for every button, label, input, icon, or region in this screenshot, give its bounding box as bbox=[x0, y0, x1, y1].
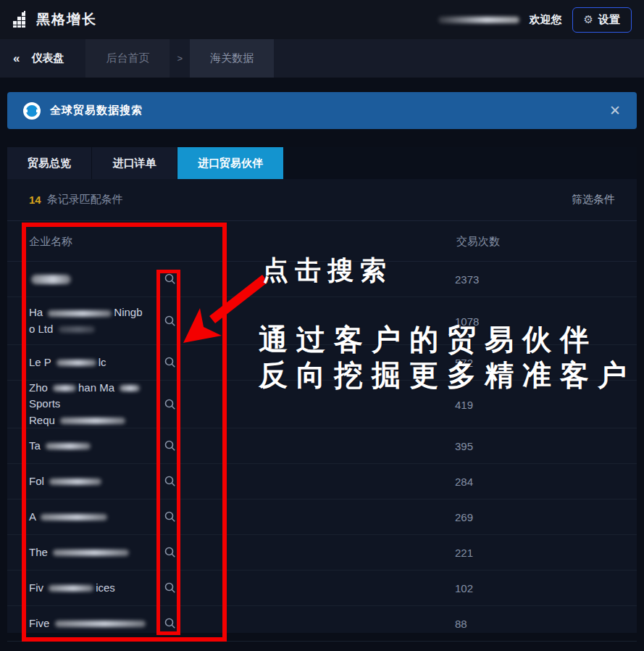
company-name: Five bbox=[29, 615, 159, 632]
match-count: 14 bbox=[29, 194, 41, 206]
breadcrumb-separator: > bbox=[170, 39, 190, 78]
annotation-description: 通过客户的贸易伙伴 反向挖掘更多精准客户 bbox=[259, 322, 635, 393]
breadcrumb-current[interactable]: 海关数据 bbox=[190, 39, 274, 78]
company-name: Fiv ices bbox=[29, 580, 159, 597]
annotation-line1: 通过客户的贸易伙伴 bbox=[259, 322, 635, 357]
redacted-company-text bbox=[31, 275, 71, 284]
column-company-name: 企业名称 bbox=[29, 234, 72, 248]
tab-bar: 贸易总览进口详单进口贸易伙伴 bbox=[7, 147, 637, 179]
banner-title: 全球贸易数据搜索 bbox=[50, 104, 143, 117]
settings-button[interactable]: ⚙ 设置 bbox=[572, 7, 632, 33]
search-icon[interactable] bbox=[164, 315, 177, 328]
transaction-count: 269 bbox=[455, 511, 473, 523]
summary-row: 14 条记录匹配条件 筛选条件 bbox=[7, 179, 637, 221]
transaction-count: 102 bbox=[455, 582, 473, 594]
column-transaction-count: 交易次数 bbox=[456, 234, 500, 248]
breadcrumb-dashboard[interactable]: 仪表盘 bbox=[28, 39, 85, 78]
top-bar: 黑格增长 欢迎您 ⚙ 设置 bbox=[0, 0, 644, 39]
settings-label: 设置 bbox=[598, 13, 620, 27]
username-redacted bbox=[438, 17, 519, 23]
search-icon[interactable] bbox=[164, 546, 177, 559]
close-icon[interactable]: ✕ bbox=[609, 104, 621, 117]
redacted-company-text bbox=[53, 550, 129, 556]
annotation-line2: 反向挖掘更多精准客户 bbox=[259, 357, 635, 393]
search-icon[interactable] bbox=[164, 398, 177, 411]
redacted-company-text bbox=[59, 326, 95, 333]
brand: 黑格增长 bbox=[12, 10, 97, 29]
redacted-company-text bbox=[55, 621, 146, 627]
company-name: Zho han Ma Sports Requ bbox=[29, 380, 159, 429]
search-icon[interactable] bbox=[164, 617, 177, 630]
brand-name: 黑格增长 bbox=[36, 10, 97, 29]
company-name: Ta bbox=[29, 438, 159, 455]
search-icon[interactable] bbox=[164, 581, 177, 594]
match-label: 条记录匹配条件 bbox=[47, 193, 123, 207]
tab-1[interactable]: 贸易总览 bbox=[7, 147, 92, 179]
company-name: Fol bbox=[29, 473, 159, 490]
redacted-company-text bbox=[120, 385, 140, 391]
global-trade-banner: 全球贸易数据搜索 ✕ bbox=[7, 92, 637, 129]
table-body: 2373Ha Ningb o Ltd 1078Le P lc 572Zho ha… bbox=[7, 262, 637, 642]
company-name: Ha Ningb o Ltd bbox=[29, 304, 159, 337]
table-row: Five 88 bbox=[7, 606, 637, 642]
globe-icon bbox=[23, 102, 41, 120]
redacted-company-text bbox=[49, 478, 101, 485]
company-name bbox=[29, 271, 159, 288]
table-row: The 221 bbox=[7, 535, 637, 571]
redacted-company-text bbox=[41, 514, 107, 521]
redacted-company-text bbox=[49, 585, 93, 592]
transaction-count: 395 bbox=[455, 440, 473, 452]
tab-2[interactable]: 进口详单 bbox=[92, 147, 177, 179]
search-icon[interactable] bbox=[164, 439, 177, 452]
table-row: Ta 395 bbox=[7, 428, 637, 464]
brand-logo-icon bbox=[12, 11, 30, 28]
search-icon[interactable] bbox=[164, 273, 177, 286]
search-icon[interactable] bbox=[164, 356, 177, 369]
transaction-count: 419 bbox=[455, 398, 473, 410]
breadcrumb-bar: « 仪表盘 后台首页 > 海关数据 bbox=[0, 39, 644, 78]
transaction-count: 88 bbox=[455, 618, 467, 630]
search-icon[interactable] bbox=[164, 475, 177, 488]
company-name: Le P lc bbox=[29, 354, 159, 371]
welcome-text: 欢迎您 bbox=[530, 13, 562, 27]
transaction-count: 221 bbox=[455, 547, 473, 559]
redacted-company-text bbox=[57, 360, 96, 366]
company-name: The bbox=[29, 544, 159, 561]
collapse-sidebar-icon[interactable]: « bbox=[0, 39, 28, 78]
annotation-click-search: 点击搜索 bbox=[262, 253, 393, 289]
table-row: Fiv ices 102 bbox=[7, 571, 637, 606]
transaction-count: 2373 bbox=[455, 273, 479, 286]
gear-icon: ⚙ bbox=[584, 13, 593, 26]
filter-conditions-link[interactable]: 筛选条件 bbox=[572, 193, 615, 207]
redacted-company-text bbox=[46, 443, 91, 449]
transaction-count: 284 bbox=[455, 476, 473, 488]
breadcrumb-home[interactable]: 后台首页 bbox=[85, 39, 170, 78]
redacted-company-text bbox=[53, 385, 76, 391]
table-row: Fol 284 bbox=[7, 464, 637, 499]
redacted-company-text bbox=[60, 418, 125, 424]
company-name: A bbox=[29, 509, 159, 526]
search-icon[interactable] bbox=[164, 510, 177, 523]
tab-3[interactable]: 进口贸易伙伴 bbox=[177, 147, 284, 179]
redacted-company-text bbox=[48, 310, 112, 317]
table-row: A 269 bbox=[7, 499, 637, 535]
